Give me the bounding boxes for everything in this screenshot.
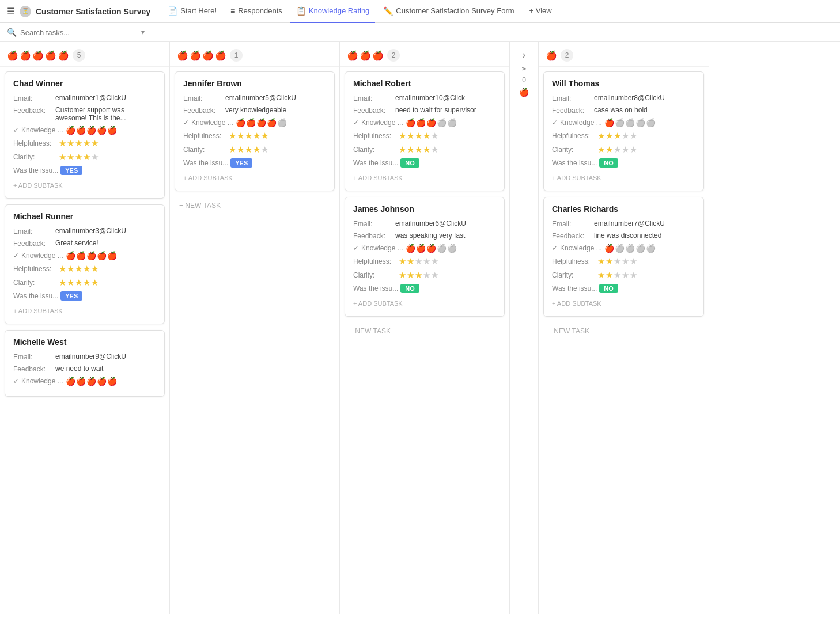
clarity-label: Clarity: <box>552 271 573 279</box>
knowledge-apples: 🍎🍎🍎🍎🍎 <box>66 377 117 386</box>
clarity-stars: ★★★★★ <box>597 270 637 280</box>
feedback-label: Feedback: <box>353 106 391 115</box>
email-value: emailnumber6@ClickU <box>395 219 496 227</box>
clarity-row: Clarity: ★★★★★ <box>13 278 156 288</box>
collapsed-apple: 🍎 <box>519 88 529 97</box>
issue-row: Was the issu... NO <box>353 284 496 293</box>
apple-1: 🍎 <box>347 50 358 61</box>
issue-label: Was the issu... <box>552 284 597 292</box>
email-label: Email: <box>13 227 51 235</box>
feedback-label: Feedback: <box>13 239 51 248</box>
new-task-btn[interactable]: + NEW TASK <box>543 322 704 337</box>
email-field-row: Email: emailnumber6@ClickU <box>353 219 496 228</box>
feedback-label: Feedback: <box>13 106 51 115</box>
card-title: Jennifer Brown <box>183 79 326 88</box>
clarity-row: Clarity: ★★★★★ <box>183 145 326 155</box>
feedback-field-row: Feedback: line was disconnected <box>552 231 695 240</box>
feedback-value: we need to wait <box>55 364 156 373</box>
feedback-field-row: Feedback: need to wait for supervisor <box>353 106 496 115</box>
clarity-label: Clarity: <box>353 271 374 279</box>
helpfulness-label: Helpfulness: <box>353 132 391 140</box>
clarity-label: Clarity: <box>13 279 35 287</box>
email-field-row: Email: emailnumber8@ClickU <box>552 94 695 102</box>
clarity-row: Clarity: ★★★★★ <box>353 145 496 155</box>
check-icon: ✓ <box>13 126 19 134</box>
helpfulness-label: Helpfulness: <box>13 265 51 273</box>
issue-badge: YES <box>230 158 252 168</box>
new-task-btn[interactable]: + NEW TASK <box>175 197 335 212</box>
feedback-label: Feedback: <box>13 364 51 373</box>
add-subtask-btn[interactable]: + ADD SUBTASK <box>13 178 156 191</box>
knowledge-row: ✓ Knowledge ... 🍎🍎🍎🍎🍎 <box>13 126 156 135</box>
tab-knowledge-rating[interactable]: 📋 Knowledge Rating <box>290 0 376 23</box>
add-subtask-btn[interactable]: + ADD SUBTASK <box>552 171 695 184</box>
column-5-apples: 🍎 🍎 🍎 🍎 🍎 5 Chad Winner Email: emailnumb… <box>0 42 170 614</box>
knowledge-apples: 🍎🍎🍎🍎🍎 <box>236 118 287 127</box>
hamburger-icon[interactable]: ☰ <box>5 3 17 19</box>
add-subtask-btn[interactable]: + ADD SUBTASK <box>353 171 496 184</box>
card-title: Michelle West <box>13 337 156 347</box>
clarity-row: Clarity: ★★★★★ <box>13 152 156 162</box>
card-title: Chad Winner <box>13 79 156 88</box>
column-3-apples: 🍎 🍎 🍎 2 Michael Robert Email: emailnumbe… <box>340 42 510 614</box>
feedback-label: Feedback: <box>353 231 391 240</box>
search-bar: 🔍 ▾ <box>0 23 840 42</box>
issue-row: Was the issu... NO <box>353 158 496 168</box>
knowledge-row: ✓ Knowledge ... 🍎🍎🍎🍎🍎 <box>353 118 496 127</box>
card-will-thomas: Will Thomas Email: emailnumber8@ClickU F… <box>543 71 704 191</box>
column-collapsed: › ∧ 0 🍎 <box>510 42 539 614</box>
apple-4: 🍎 <box>45 50 56 61</box>
issue-label: Was the issu... <box>353 284 398 292</box>
add-subtask-btn[interactable]: + ADD SUBTASK <box>552 297 695 309</box>
helpfulness-stars: ★★★★★ <box>229 131 268 141</box>
nav-title: Customer Satisfaction Survey <box>36 7 150 16</box>
search-caret-icon[interactable]: ▾ <box>141 28 145 36</box>
helpfulness-stars: ★★★★★ <box>399 256 438 267</box>
email-field-row: Email: emailnumber1@ClickU <box>13 94 156 102</box>
email-value: emailnumber9@ClickU <box>55 352 156 360</box>
feedback-field-row: Feedback: Great service! <box>13 239 156 248</box>
new-task-btn[interactable]: + NEW TASK <box>345 322 505 337</box>
search-icon: 🔍 <box>7 28 17 37</box>
email-field-row: Email: emailnumber9@ClickU <box>13 352 156 361</box>
card-michelle-west: Michelle West Email: emailnumber9@ClickU… <box>5 330 165 397</box>
knowledge-row: ✓ Knowledge ... 🍎🍎🍎🍎🍎 <box>13 377 156 386</box>
search-input[interactable] <box>20 28 135 37</box>
check-icon: ✓ <box>13 377 19 385</box>
check-icon: ✓ <box>552 119 558 127</box>
card-michael-robert: Michael Robert Email: emailnumber10@Clic… <box>345 71 505 191</box>
email-label: Email: <box>13 94 51 102</box>
apple-2: 🍎 <box>190 50 201 61</box>
tab-respondents[interactable]: ≡ Respondents <box>225 0 288 23</box>
knowledge-label: Knowledge ... <box>191 119 233 127</box>
tab-start-here[interactable]: 📄 Start Here! <box>162 0 222 23</box>
knowledge-row: ✓ Knowledge ... 🍎🍎🍎🍎🍎 <box>552 118 695 127</box>
card-james-johnson: James Johnson Email: emailnumber6@ClickU… <box>345 197 505 317</box>
check-icon: ✓ <box>353 119 359 127</box>
column-header-3: 🍎 🍎 🍎 2 <box>340 42 509 67</box>
apple-1: 🍎 <box>546 50 557 61</box>
helpfulness-row: Helpfulness: ★★★★★ <box>13 138 156 149</box>
add-subtask-btn[interactable]: + ADD SUBTASK <box>183 171 326 184</box>
helpfulness-label: Helpfulness: <box>552 132 590 140</box>
helpfulness-stars: ★★★★★ <box>59 138 99 149</box>
clarity-stars: ★★★★★ <box>597 145 637 155</box>
helpfulness-row: Helpfulness: ★★★★★ <box>552 256 695 267</box>
knowledge-label: Knowledge ... <box>21 377 63 385</box>
respondents-icon: ≡ <box>230 6 235 16</box>
clarity-label: Clarity: <box>353 146 374 154</box>
expand-column-btn[interactable]: › <box>523 49 526 61</box>
knowledge-apples: 🍎🍎🍎🍎🍎 <box>406 244 457 253</box>
email-field-row: Email: emailnumber3@ClickU <box>13 227 156 235</box>
issue-badge: YES <box>60 166 82 175</box>
add-subtask-btn[interactable]: + ADD SUBTASK <box>353 297 496 309</box>
card-title: Michael Robert <box>353 79 496 88</box>
tab-survey-form[interactable]: ✏️ Customer Satisfaction Survey Form <box>377 0 520 23</box>
issue-label: Was the issu... <box>13 166 58 174</box>
apple-rating-group: 🍎 <box>546 50 557 61</box>
card-title: Michael Runner <box>13 212 156 221</box>
feedback-field-row: Feedback: very knowledgeable <box>183 106 326 115</box>
add-subtask-btn[interactable]: + ADD SUBTASK <box>13 304 156 317</box>
feedback-value: was speaking very fast <box>395 231 496 240</box>
tab-add-view[interactable]: + View <box>525 0 557 23</box>
